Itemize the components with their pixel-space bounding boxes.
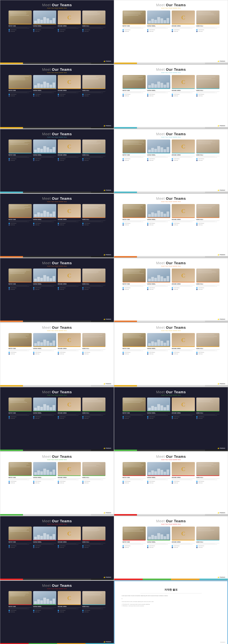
slide-s8: Meet Our TeamsInsert Your Great Subtitle… <box>114 194 228 258</box>
member-name: ADEE KULI <box>82 25 89 26</box>
member-name: SARAH WEEL <box>33 90 42 91</box>
slide-subtitle: Insert Your Great Subtitle Here <box>0 201 114 202</box>
slide-subtitle: Insert Your Great Subtitle Here <box>0 394 114 396</box>
logo-area: PHENIX <box>104 383 111 384</box>
accent-bar <box>114 450 228 451</box>
member-name: ADEE KULI <box>196 90 203 91</box>
member-name: ADEE KULI <box>196 154 203 156</box>
member-name: SARAH WEEL <box>33 154 42 156</box>
member-card: CARIANE GREN✦11,823 Followersf11,963 Lik… <box>172 140 195 161</box>
member-card: SARAH WEEL✦11,823 Followersf11,963 Likes <box>33 526 56 548</box>
member-card: ADEE KULI✦11,823 Followersf11,963 Likes <box>196 204 220 226</box>
accent-bar <box>0 385 114 386</box>
accent-bar <box>0 256 114 258</box>
member-name: MATSY DEE <box>8 412 16 414</box>
slide-subtitle: Insert Your Great Subtitle Here <box>0 8 114 9</box>
member-name: MATSY DEE <box>122 412 130 414</box>
team-members-row: MATSY DEE✦11,823 Followersf11,963 LikesS… <box>0 589 114 614</box>
member-name: ARIANE GREN <box>172 541 180 542</box>
slide-subtitle: Insert Your Great Subtitle Here <box>114 459 228 460</box>
member-card: SARAH WEEL✦11,823 Followersf11,963 Likes <box>147 140 170 161</box>
member-name: MATSY DEE <box>8 606 16 607</box>
slide-row: Meet Our TeamsInsert Your Great Subtitle… <box>0 194 228 258</box>
slide-title: Meet Our Teams <box>0 65 114 72</box>
member-name: ARIANE GREN <box>172 90 180 91</box>
logo-area: PHENIX <box>218 512 225 514</box>
member-name: MATSY DEE <box>122 25 130 26</box>
slide-title: Meet Our Teams <box>0 387 114 394</box>
member-card: SARAH WEEL✦11,823 Followersf11,963 Likes <box>33 140 56 161</box>
member-name: ARIANE GREN <box>58 541 66 542</box>
slide-s11: Meet Our TeamsInsert Your Great Subtitle… <box>0 322 114 387</box>
member-card: CARIANE GREN✦11,823 Followersf11,963 Lik… <box>172 75 195 96</box>
slide-s4: Meet Our TeamsInsert Your Great Subtitle… <box>114 64 228 129</box>
member-name: ADEE KULI <box>82 606 89 607</box>
member-name: ADEE KULI <box>196 477 203 478</box>
slide-row: Meet Our TeamsInsert Your Great Subtitle… <box>0 387 228 451</box>
logo-area: PHENIX <box>218 254 225 255</box>
slide-s1: Meet Our TeamsInsert Your Great Subtitle… <box>0 0 114 64</box>
slide-title: Meet Our Teams <box>0 129 114 136</box>
member-name: MATSY DEE <box>8 90 16 91</box>
member-name: ADEE KULI <box>82 541 89 542</box>
member-name: MATSY DEE <box>8 477 16 478</box>
team-members-row: MATSY DEE✦11,823 Followersf11,963 LikesS… <box>114 460 228 485</box>
slide-row: Meet Our TeamsInsert Your Great Subtitle… <box>0 64 228 129</box>
team-members-row: MATSY DEE✦11,823 Followersf11,963 LikesS… <box>114 396 228 420</box>
member-name: SARAH WEEL <box>33 283 42 284</box>
member-card: ADEE KULI✦11,823 Followersf11,963 Likes <box>82 75 106 96</box>
slide-title: Meet Our Teams <box>0 581 114 588</box>
member-name: ARIANE GREN <box>58 219 66 220</box>
member-card: ADEE KULI✦11,823 Followersf11,963 Likes <box>82 526 106 548</box>
slide-s17: Meet Our TeamsInsert Your Great Subtitle… <box>0 516 114 580</box>
member-name: SARAH WEEL <box>33 219 42 220</box>
team-members-row: MATSY DEE✦11,823 Followersf11,963 LikesS… <box>0 267 114 291</box>
member-card: ADEE KULI✦11,823 Followersf11,963 Likes <box>82 204 106 226</box>
member-card: CARIANE GREN✦11,823 Followersf11,963 Lik… <box>172 268 195 290</box>
member-name: ARIANE GREN <box>172 283 180 284</box>
slide-subtitle: Insert Your Great Subtitle Here <box>0 330 114 331</box>
member-name: SARAH WEEL <box>33 606 42 607</box>
slide-title: Meet Our Teams <box>114 387 228 394</box>
member-card: ADEE KULI✦11,823 Followersf11,963 Likes <box>82 140 106 161</box>
member-name: ARIANE GREN <box>58 25 66 26</box>
member-name: ADEE KULI <box>82 412 89 414</box>
member-card: CARIANE GREN✦11,823 Followersf11,963 Lik… <box>172 333 195 354</box>
member-card: CARIANE GREN✦11,823 Followersf11,963 Lik… <box>58 10 81 32</box>
accent-bar <box>0 643 114 644</box>
member-card: SARAH WEEL✦11,823 Followersf11,963 Likes <box>147 75 170 96</box>
member-name: MATSY DEE <box>8 219 16 220</box>
slide-subtitle: Insert Your Great Subtitle Here <box>0 459 114 460</box>
member-card: MATSY DEE✦11,823 Followersf11,963 Likes <box>8 268 32 290</box>
member-name: ARIANE GREN <box>58 154 66 156</box>
member-name: ADEE KULI <box>196 219 203 220</box>
member-name: SARAH WEEL <box>33 412 42 414</box>
slide-subtitle: Insert Your Great Subtitle Here <box>114 266 228 267</box>
team-members-row: MATSY DEE✦11,823 Followersf11,963 LikesS… <box>0 396 114 420</box>
logo-area: PHENIX <box>104 641 111 642</box>
member-card: SARAH WEEL✦11,823 Followersf11,963 Likes <box>147 398 170 419</box>
member-name: SARAH WEEL <box>33 541 42 542</box>
member-name: MATSY DEE <box>8 541 16 542</box>
member-card: MATSY DEE✦11,823 Followersf11,963 Likes <box>122 462 146 484</box>
slide-title: Meet Our Teams <box>114 516 228 523</box>
slide-subtitle: Insert Your Great Subtitle Here <box>114 201 228 202</box>
slide-title: Meet Our Teams <box>114 0 228 7</box>
member-name: ARIANE GREN <box>172 477 180 478</box>
slide-s18: Meet Our TeamsInsert Your Great Subtitle… <box>114 516 228 580</box>
slide-row: Meet Our TeamsInsert Your Great Subtitle… <box>0 580 228 644</box>
member-card: ADEE KULI✦11,823 Followersf11,963 Likes <box>196 140 220 161</box>
member-name: ADEE KULI <box>196 541 203 542</box>
slide-title: Meet Our Teams <box>114 258 228 265</box>
slide-row: Meet Our TeamsInsert Your Great Subtitle… <box>0 0 228 64</box>
member-name: ARIANE GREN <box>58 90 66 91</box>
team-members-row: MATSY DEE✦11,823 Followersf11,963 LikesS… <box>0 138 114 162</box>
member-name: ADEE KULI <box>196 348 203 349</box>
slide-s20: 자작한 울포 Lorem ipsum dolor sit amet consec… <box>114 580 228 644</box>
logo-area: PHENIX <box>218 318 225 320</box>
team-members-row: MATSY DEE✦11,823 Followersf11,963 LikesS… <box>114 138 228 162</box>
member-card: CARIANE GREN✦11,823 Followersf11,963 Lik… <box>58 591 81 613</box>
slide-s7: Meet Our TeamsInsert Your Great Subtitle… <box>0 194 114 258</box>
member-name: ARIANE GREN <box>58 606 66 607</box>
member-name: SARAH WEEL <box>147 154 156 156</box>
